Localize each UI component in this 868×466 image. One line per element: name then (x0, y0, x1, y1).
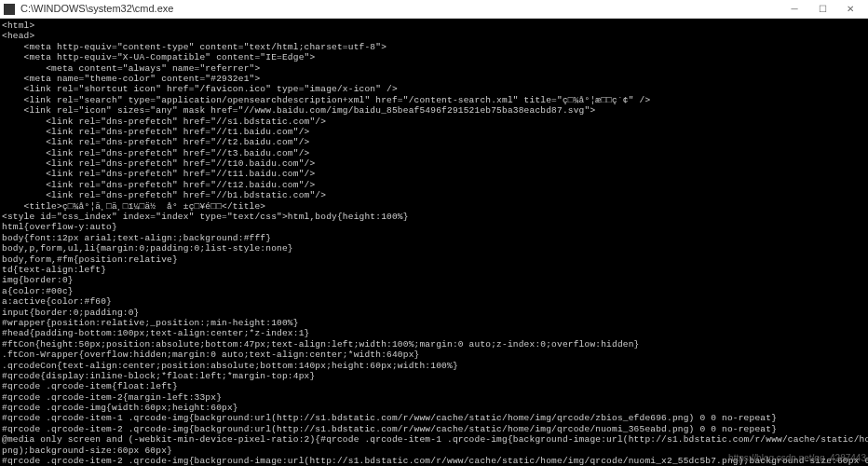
terminal-line: <link rel="shortcut icon" href="/favicon… (2, 84, 866, 94)
terminal-line: .qrcodeCon{text-align:center;position:ab… (2, 361, 866, 371)
terminal-line: #wrapper{position:relative;_position:;mi… (2, 318, 866, 328)
terminal-line: <link rel="dns-prefetch" href="//t2.baid… (2, 137, 866, 147)
terminal-line: #ftCon{height:50px;position:absolute;bot… (2, 339, 866, 350)
terminal-line: <meta name="theme-color" content="#2932e… (2, 74, 866, 84)
terminal-line: html{overflow-y:auto} (2, 222, 866, 232)
terminal-line: #head{padding-bottom:100px;text-align:ce… (2, 328, 866, 338)
maximize-button[interactable]: ☐ (808, 0, 836, 19)
terminal-line: a{color:#00c} (2, 286, 866, 296)
terminal-line: input{border:0;padding:0} (2, 308, 866, 318)
terminal-line: body,p,form,ul,li{margin:0;padding:0;lis… (2, 243, 866, 254)
terminal-line: <link rel="dns-prefetch" href="//t10.bai… (2, 158, 866, 169)
terminal-line: <link rel="dns-prefetch" href="//t12.bai… (2, 180, 866, 190)
minimize-button[interactable]: ─ (780, 0, 808, 19)
terminal-line: #qrcode .qrcode-item-2 .qrcode-img{backg… (2, 424, 866, 434)
terminal-line: #qrcode .qrcode-img{width:60px;height:60… (2, 403, 866, 413)
cmd-icon (4, 4, 15, 15)
terminal-line: <head> (2, 31, 866, 41)
terminal-line: <link rel="dns-prefetch" href="//s1.bdst… (2, 116, 866, 127)
terminal-line: <link rel="dns-prefetch" href="//b1.bdst… (2, 190, 866, 200)
terminal-line: #qrcode{display:inline-block;*float:left… (2, 371, 866, 381)
terminal-line: #qrcode .qrcode-item-2{margin-left:33px} (2, 392, 866, 403)
terminal-line: <meta http-equiv="content-type" content=… (2, 42, 866, 52)
terminal-output[interactable]: <html><head> <meta http-equiv="content-t… (0, 19, 868, 466)
terminal-line: body{font:12px arial;text-align:;backgro… (2, 233, 866, 243)
terminal-line: #qrcode .qrcode-item-1 .qrcode-img{backg… (2, 413, 866, 423)
terminal-line: #qrcode .qrcode-item{float:left} (2, 381, 866, 391)
terminal-line: <title>ç□¾å°¦ä¸□ä¸□ï¼□ä½ å° ±ç□¥é□□</tit… (2, 201, 866, 212)
close-button[interactable]: ✕ (836, 0, 864, 19)
terminal-line: <link rel="search" type="application/ope… (2, 95, 866, 105)
terminal-line: <meta http-equiv="X-UA-Compatible" conte… (2, 52, 866, 62)
terminal-line: <html> (2, 21, 866, 31)
window-titlebar: C:\WINDOWS\system32\cmd.exe ─ ☐ ✕ (0, 0, 868, 19)
terminal-line: <style id="css_index" index="index" type… (2, 212, 866, 222)
terminal-line: td{text-align:left} (2, 265, 866, 275)
terminal-line: <link rel="icon" sizes="any" mask href="… (2, 105, 866, 116)
terminal-line: a:active{color:#f60} (2, 296, 866, 307)
window-title: C:\WINDOWS\system32\cmd.exe (20, 3, 780, 15)
terminal-line: img{border:0} (2, 275, 866, 285)
terminal-line: <link rel="dns-prefetch" href="//t3.baid… (2, 148, 866, 158)
terminal-line: .ftCon-Wrapper{overflow:hidden;margin:0 … (2, 350, 866, 360)
terminal-line: <meta content="always" name="referrer"> (2, 63, 866, 74)
terminal-line: <link rel="dns-prefetch" href="//t1.baid… (2, 127, 866, 137)
watermark-text: https://blog.csdn.net/qq_4287443 (728, 453, 866, 464)
terminal-line: body,form,#fm{position:relative} (2, 254, 866, 265)
terminal-line: <link rel="dns-prefetch" href="//t11.bai… (2, 169, 866, 179)
terminal-line: @media only screen and (-webkit-min-devi… (2, 434, 866, 445)
window-controls: ─ ☐ ✕ (780, 0, 864, 19)
